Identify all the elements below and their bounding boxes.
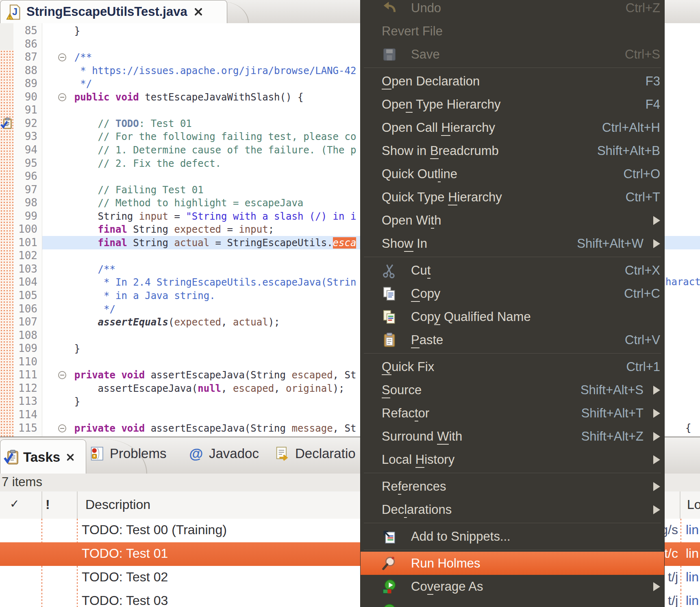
code-line-text: } [51,343,362,355]
line-number: 114 [13,408,37,421]
menu-item-label: Show In [382,236,427,251]
menu-item-label: Open Call Hierarchy [382,120,495,135]
copy-icon [382,286,397,301]
code-fragment: { [685,422,691,434]
task-location-fragment: lin [686,546,699,561]
menu-item-shortcut: Shift+Alt+B [597,144,660,158]
menu-item-coverage-as[interactable]: Coverage As [361,575,664,598]
menu-separator [364,550,661,550]
submenu-arrow-icon [653,582,660,591]
line-number: 110 [13,356,37,368]
line-number: 86 [13,38,37,50]
menu-item-label: Revert File [382,24,443,39]
menu-item-declarations[interactable]: Declarations [361,498,664,521]
tab-tasks[interactable]: Tasks [0,439,86,474]
menu-item-open-declaration[interactable]: Open DeclarationF3 [361,70,664,93]
menu-item-label: Undo [411,1,441,15]
line-number: 98 [13,197,37,209]
menu-item-surround-with[interactable]: Surround WithShift+Alt+Z [361,425,664,448]
submenu-arrow-icon [653,216,660,225]
menu-item-label: Refactor [382,406,429,421]
menu-item-label: References [382,479,446,494]
menu-item-references[interactable]: References [361,475,664,498]
task-marker-icon[interactable] [0,117,13,130]
menu-item-add-to-snippets[interactable]: Add to Snippets... [361,525,664,548]
menu-item-open-with[interactable]: Open With [361,209,664,232]
menu-item-label: Quick Fix [382,360,434,374]
tab-javadoc[interactable]: @Javadoc [188,445,259,462]
line-number: 109 [13,342,37,354]
menu-item-show-in[interactable]: Show InShift+Alt+W [361,232,664,255]
menu-item-shortcut: Shift+Alt+W [577,236,643,251]
menu-item-shortcut: F4 [646,97,660,112]
menu-item-cut[interactable]: CutCtrl+X [361,259,664,282]
column-header-completed[interactable]: ✓ [10,497,19,511]
menu-item-shortcut: F3 [646,74,660,89]
menu-item-label: Save [411,47,440,62]
menu-item-shortcut: Ctrl+Alt+H [602,120,660,135]
editor-tab-close-icon[interactable] [193,7,204,17]
tab-declaratio[interactable]: Declaratio [274,445,356,462]
menu-item-open-type-hierarchy[interactable]: Open Type HierarchyF4 [361,93,664,116]
menu-item-run-holmes[interactable]: Run Holmes [361,552,664,575]
menu-item-partial-run[interactable] [361,598,664,607]
menu-item-shortcut: Shift+Alt+Z [581,429,643,444]
menu-item-shortcut: Ctrl+C [624,286,660,301]
code-line-text: * In 2.4 StringEscapeUtils.escapeJava(St… [51,276,362,289]
column-header-description[interactable]: Description [85,497,150,512]
line-number: 88 [13,64,37,76]
column-header-priority[interactable]: ! [46,497,50,512]
code-line-text [51,170,362,183]
tab-tasks-close-icon[interactable] [65,452,75,462]
column-header-location[interactable]: Lo [687,497,700,512]
menu-item-label: Show in Breadcrumb [382,144,499,158]
code-line-text: public void testEscapeJavaWithSlash() { [51,91,362,104]
menu-item-source[interactable]: SourceShift+Alt+S [361,378,664,402]
submenu-arrow-icon [653,409,660,418]
menu-item-paste[interactable]: PasteCtrl+V [361,328,664,352]
line-number: 91 [13,104,37,116]
code-line-text: assertEquals(expected, actual); [51,316,362,329]
menu-separator [364,523,661,523]
editor-tab-stringescapeutilstest[interactable]: J! StringEscapeUtilsTest.java [0,0,227,23]
line-number: 115 [13,422,37,434]
menu-item-refactor[interactable]: RefactorShift+Alt+T [361,402,664,425]
submenu-arrow-icon [653,239,660,248]
menu-item-quick-outline[interactable]: Quick OutlineCtrl+O [361,162,664,186]
line-number: 107 [13,316,37,328]
menu-item-show-in-breadcrumb[interactable]: Show in BreadcrumbShift+Alt+B [361,139,664,162]
menu-item-label: Source [382,383,422,397]
menu-item-shortcut: Ctrl+X [625,263,660,278]
code-line-text [51,38,362,51]
menu-separator [364,68,661,68]
eclipse-window: J! StringEscapeUtilsTest.java 85 }8687 /… [0,0,700,607]
line-number: 93 [13,130,37,142]
menu-item-copy-qualified-name[interactable]: Copy Qualified Name [361,305,664,328]
code-line-text: // 1. Determine cause of the failure. (T… [51,144,362,157]
tab-label: Problems [110,446,166,461]
java-file-icon: J! [6,3,22,20]
line-number: 85 [13,24,37,37]
tab-problems[interactable]: Problems [89,445,166,462]
menu-item-quick-fix[interactable]: Quick FixCtrl+1 [361,355,664,378]
menu-item-shortcut: Ctrl+O [624,167,660,181]
menu-item-open-call-hierarchy[interactable]: Open Call HierarchyCtrl+Alt+H [361,116,664,139]
code-fragment: haract [665,276,700,288]
menu-item-label: Open With [382,213,441,228]
code-line-text: private void assertEscapeJava(String mes… [51,422,362,435]
menu-item-label: Copy [411,286,440,301]
menu-item-shortcut: Shift+Alt+T [581,406,643,421]
menu-item-quick-type-hierarchy[interactable]: Quick Type HierarchyCtrl+T [361,186,664,209]
code-line-text: assertEscapeJava(null, escaped, original… [51,382,362,395]
line-number: 90 [13,91,37,103]
code-line-text: // Method to highlight = escapeJava [51,197,362,210]
menu-item-local-history[interactable]: Local History [361,448,664,471]
code-line-text: } [51,25,362,37]
line-number: 87 [13,51,37,63]
menu-item-copy[interactable]: CopyCtrl+C [361,282,664,305]
code-line-text [51,104,362,117]
menu-item-save: SaveCtrl+S [361,43,664,66]
menu-item-label: Paste [411,333,443,347]
menu-item-label: Quick Type Hierarchy [382,190,502,205]
submenu-arrow-icon [653,386,660,395]
